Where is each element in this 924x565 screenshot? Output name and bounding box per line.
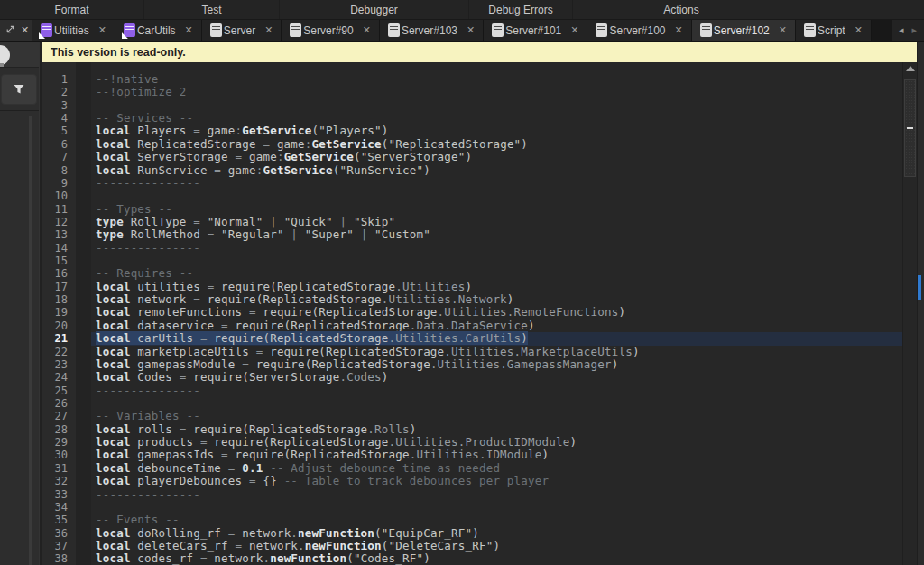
menu-test[interactable]: Test [144,0,280,19]
code-editor[interactable]: 1234567891011121314151617181920212223242… [42,62,917,565]
line-number[interactable]: 30 [42,449,76,461]
line-number[interactable]: 26 [42,397,76,410]
line-number[interactable]: 2 [42,86,76,98]
line-number[interactable]: 12 [42,216,76,228]
code-line[interactable]: -- Types -- [96,203,902,216]
tab-server#101[interactable]: Server#101✕ [484,20,587,41]
code-line[interactable] [96,99,902,112]
line-number[interactable]: 16 [42,267,76,280]
tab-close-icon[interactable]: ✕ [98,24,106,36]
code-line[interactable]: local gamepassModule = require(Replicate… [96,358,902,371]
line-number[interactable]: 24 [42,371,76,384]
code-line[interactable]: local gamepassIds = require(ReplicatedSt… [96,449,902,461]
code-line[interactable]: local RunService = game:GetService("RunS… [96,164,902,177]
filter-button[interactable] [1,74,37,105]
code-line[interactable]: local network = require(ReplicatedStorag… [96,293,902,306]
code-line[interactable]: local playerDebounces = {} -- Table to t… [96,475,902,487]
line-number[interactable]: 6 [42,138,76,151]
tab-server#100[interactable]: Server#100✕ [587,20,691,41]
code-line[interactable]: --------------- [96,242,902,255]
line-number[interactable]: 15 [42,255,76,267]
code-line[interactable]: --!native [96,73,902,86]
code-line[interactable] [96,190,902,202]
line-number[interactable]: 33 [42,488,76,501]
code-line[interactable]: local rolls = require(ReplicatedStorage.… [96,423,902,436]
code-line[interactable]: local products = require(ReplicatedStora… [96,436,902,449]
close-pane-icon[interactable]: ✕ [21,25,29,35]
dock-pane-icon[interactable] [5,25,14,35]
panel-scroll-track[interactable] [29,116,32,565]
line-number[interactable]: 35 [42,514,76,526]
line-number[interactable]: 3 [42,99,76,112]
line-number[interactable]: 22 [42,346,76,358]
code-line[interactable]: local doRolling_rf = network.newFunction… [96,527,902,540]
scrollbar-thumb[interactable] [904,79,916,177]
tab-server[interactable]: Server✕ [202,20,282,41]
code-line[interactable]: local dataservice = require(ReplicatedSt… [96,320,902,332]
line-number[interactable]: 20 [42,320,76,332]
tab-close-icon[interactable]: ✕ [779,24,787,36]
code-line[interactable]: local debounceTime = 0.1 -- Adjust debou… [96,462,902,475]
line-number[interactable]: 34 [42,501,76,514]
code-line[interactable]: local Codes = require(ServerStorage.Code… [96,371,902,384]
tab-close-icon[interactable]: ✕ [363,24,371,36]
code-fold-margin[interactable] [76,62,91,565]
code-line[interactable]: local deleteCars_rf = network.newFunctio… [96,540,902,552]
line-number[interactable]: 29 [42,436,76,449]
line-number[interactable]: 21 [42,332,76,345]
tab-script[interactable]: Script✕ [796,20,872,41]
menu-format[interactable]: Format [0,0,144,19]
line-number[interactable]: 31 [42,462,76,475]
code-line[interactable]: local ServerStorage = game:GetService("S… [96,151,902,163]
line-number[interactable]: 13 [42,228,76,241]
code-line[interactable]: --!optimize 2 [96,86,902,98]
line-number[interactable]: 1 [42,73,76,86]
code-line[interactable]: -- Variables -- [96,410,902,422]
line-number[interactable]: 19 [42,306,76,319]
code-line[interactable] [96,397,902,410]
line-number[interactable]: 32 [42,475,76,487]
code-line[interactable]: local marketplaceUtils = require(Replica… [96,346,902,358]
line-number[interactable]: 8 [42,164,76,177]
line-number[interactable]: 14 [42,242,76,255]
scroll-tabs-left-icon[interactable]: ◂ [899,24,904,36]
scrollbar-up-arrow-icon[interactable] [906,66,915,71]
code-line[interactable]: -- Requires -- [96,267,902,280]
code-line[interactable]: type RollMethod = "Regular" | "Super" | … [96,228,902,241]
menu-debug-errors[interactable]: Debug Errors [469,0,573,19]
tab-close-icon[interactable]: ✕ [467,24,475,36]
tab-carutils[interactable]: CarUtils✕ [116,20,202,41]
line-number[interactable]: 37 [42,540,76,552]
tab-close-icon[interactable]: ✕ [185,24,193,36]
code-line[interactable] [96,501,902,514]
line-number[interactable]: 7 [42,151,76,163]
line-number[interactable]: 18 [42,293,76,306]
line-number[interactable]: 17 [42,281,76,293]
code-line[interactable]: --------------- [96,384,902,397]
line-number[interactable]: 4 [42,112,76,125]
code-line[interactable]: local utilities = require(ReplicatedStor… [96,281,902,293]
code-line[interactable]: local ReplicatedStorage = game:GetServic… [96,138,902,151]
tab-server#102[interactable]: Server#102✕ [692,20,796,41]
line-number[interactable]: 5 [42,125,76,137]
code-line[interactable] [96,255,902,267]
line-number[interactable]: 28 [42,423,76,436]
tab-utilities[interactable]: Utilities✕ [32,20,116,41]
scroll-tabs-right-icon[interactable]: ▸ [911,24,917,36]
tab-close-icon[interactable]: ✕ [570,24,578,36]
line-number[interactable]: 38 [42,552,76,565]
code-line[interactable]: -- Events -- [96,514,902,526]
code-line[interactable]: -- Services -- [96,112,902,125]
code-line[interactable]: local Players = game:GetService("Players… [96,125,902,137]
line-number[interactable]: 25 [42,384,76,397]
menu-actions[interactable]: Actions [573,0,790,19]
tab-close-icon[interactable]: ✕ [855,24,863,36]
line-number[interactable]: 9 [42,177,76,190]
tab-close-icon[interactable]: ✕ [264,24,273,36]
code-line[interactable]: local carUtils = require(ReplicatedStora… [91,332,902,345]
code-line[interactable]: --------------- [96,177,902,190]
code-area[interactable]: --!native--!optimize 2-- Services --loca… [91,62,902,565]
tab-close-icon[interactable]: ✕ [675,24,683,36]
line-number[interactable]: 23 [42,358,76,371]
line-number[interactable]: 36 [42,527,76,540]
